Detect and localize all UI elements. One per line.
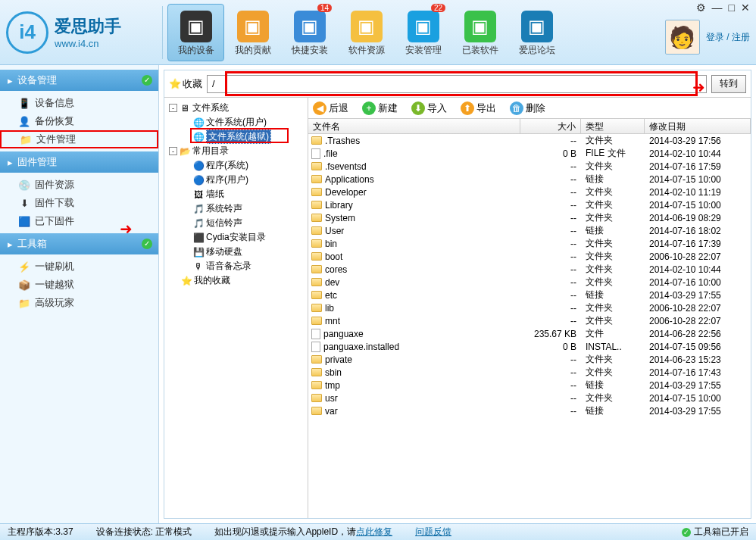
file-row[interactable]: var--链接2014-03-29 17:55 [308,404,751,417]
toolbox-status: ✓工具箱已开启 [682,526,748,538]
tree-node[interactable]: 🎙语音备忘录 [167,259,305,273]
tree-node[interactable]: -📂常用目录 [167,144,305,158]
connection-text: 设备连接状态: 正常模式 [96,526,192,538]
main-toolbar: ▣我的设备▣我的贡献▣快捷安装14▣软件资源▣安装管理22▣已装软件▣爱思论坛 [167,4,565,61]
folder-icon [311,291,322,299]
goto-button[interactable]: 转到 [711,75,746,93]
file-row[interactable]: Developer--文件夹2014-02-10 11:19 [308,186,751,198]
file-list-header: 文件名 大小 类型 修改日期 [308,119,751,134]
new-button[interactable]: +新建 [362,101,398,115]
column-type[interactable]: 类型 [581,119,645,133]
file-row[interactable]: cores--文件夹2014-02-10 10:44 [308,263,751,276]
left-sidebar: ▸设备管理✓📱设备信息👤备份恢复📁文件管理▸固件管理💿固件资源⬇固件下载🟦已下固… [0,65,159,523]
sidebar-section-header[interactable]: ▸工具箱✓ [0,233,158,254]
sidebar-item[interactable]: 📁文件管理 [0,130,158,148]
tree-node[interactable]: 🔵程序(系统) [167,158,305,173]
sidebar-item[interactable]: 👤备份恢复 [0,112,158,130]
toolbar-item[interactable]: ▣软件资源 [338,4,395,61]
top-bar: i4 爱思助手 www.i4.cn ▣我的设备▣我的贡献▣快捷安装14▣软件资源… [0,0,756,65]
export-button[interactable]: ⬆导出 [461,101,496,115]
toolbar-item[interactable]: ▣安装管理22 [395,4,451,61]
tree-toggle-icon[interactable]: - [169,104,177,112]
column-size[interactable]: 大小 [520,119,581,133]
folder-icon [311,265,322,273]
folder-icon [311,201,322,209]
file-row[interactable]: private--文件夹2014-06-23 15:23 [308,353,751,366]
file-row[interactable]: panguaxe.installed0 BINSTAL..2014-07-15 … [308,340,751,353]
file-row[interactable]: Library--文件夹2014-07-15 10:00 [308,198,751,211]
file-row[interactable]: sbin--文件夹2014-07-16 17:43 [308,366,751,379]
toolbar-item[interactable]: ▣我的设备 [167,4,224,61]
sidebar-item-icon: 📁 [18,297,30,309]
toolbar-item[interactable]: ▣快捷安装14 [281,4,338,61]
folder-icon [311,317,322,325]
tree-icon: 🔵 [192,175,205,186]
column-date[interactable]: 修改日期 [645,119,751,133]
import-icon: ⬇ [411,101,425,115]
file-row[interactable]: mnt--文件夹2006-10-28 22:07 [308,314,751,327]
tree-node[interactable]: ⬛Cydia安装目录 [167,230,305,245]
file-row[interactable]: boot--文件夹2006-10-28 22:07 [308,250,751,263]
divider [162,6,163,59]
toolbar-icon: ▣ [464,11,496,42]
section-icon: ▸ [8,157,13,168]
file-row[interactable]: Applications--链接2014-07-15 10:00 [308,173,751,186]
file-row[interactable]: .file0 BFILE 文件2014-02-10 10:44 [308,147,751,160]
file-row[interactable]: .fseventsd--文件夹2014-07-16 17:59 [308,160,751,173]
import-button[interactable]: ⬇导入 [411,101,447,115]
sidebar-item-icon: ⚡ [18,261,30,273]
folder-icon [311,407,322,415]
tree-icon: ⬛ [192,233,205,243]
delete-button[interactable]: 🗑删除 [510,101,545,115]
plus-icon: + [362,101,376,115]
sidebar-section-header[interactable]: ▸固件管理 [0,151,158,173]
back-button[interactable]: ◀后退 [313,101,348,115]
sidebar-item[interactable]: 📱设备信息 [0,94,158,112]
tree-node[interactable]: 🖼墙纸 [167,187,305,201]
sidebar-item[interactable]: ⬇固件下载 [0,194,158,212]
file-row[interactable]: etc--链接2014-03-29 17:55 [308,289,751,301]
file-row[interactable]: dev--文件夹2014-07-16 10:00 [308,276,751,289]
favorites-label[interactable]: ⭐ 收藏 [169,77,202,91]
tree-toggle-icon[interactable]: - [169,147,177,155]
login-link[interactable]: 登录 / 注册 [706,31,750,44]
toolbar-item[interactable]: ▣我的贡献 [224,4,281,61]
sidebar-item[interactable]: 💿固件资源 [0,176,158,194]
file-row[interactable]: usr--文件夹2014-07-15 10:00 [308,392,751,404]
sidebar-section-header[interactable]: ▸设备管理✓ [0,70,158,91]
toolbar-icon: ▣ [180,11,212,42]
file-row[interactable]: lib--文件夹2006-10-28 22:07 [308,301,751,314]
file-row[interactable]: bin--文件夹2014-07-16 17:39 [308,237,751,250]
tree-node[interactable]: ⭐我的收藏 [167,273,305,288]
sidebar-item[interactable]: 📁高级玩家 [0,294,158,312]
star-icon: ⭐ [169,78,181,89]
file-row[interactable]: panguaxe235.67 KB文件2014-06-28 22:56 [308,327,751,340]
sidebar-item[interactable]: ⚡一键刷机 [0,258,158,276]
tree-node[interactable]: 🌐文件系统(用户) [167,115,305,130]
tree-node[interactable]: 🌐文件系统(越狱) [167,130,305,144]
check-icon: ✓ [682,528,691,537]
fix-link[interactable]: 点此修复 [356,526,392,537]
avatar-icon[interactable]: 🧑 [665,20,700,55]
file-row[interactable]: System--文件夹2014-06-19 08:29 [308,211,751,224]
sidebar-item[interactable]: 🟦已下固件 [0,212,158,230]
toolbar-item[interactable]: ▣已装软件 [451,4,508,61]
tree-node[interactable]: 💾移动硬盘 [167,245,305,259]
folder-icon [311,304,322,312]
file-row[interactable]: tmp--链接2014-03-29 17:55 [308,379,751,392]
file-row[interactable]: User--链接2014-07-16 18:02 [308,224,751,237]
file-row[interactable]: .Trashes--文件夹2014-03-29 17:56 [308,134,751,147]
tree-node[interactable]: 🎵系统铃声 [167,201,305,216]
sidebar-item[interactable]: 📦一键越狱 [0,276,158,294]
tree-node[interactable]: 🔵程序(用户) [167,173,305,187]
feedback-link[interactable]: 问题反馈 [415,526,451,538]
toolbar-item[interactable]: ▣爱思论坛 [508,4,565,61]
sidebar-item-icon: 💿 [18,179,30,191]
trash-icon: 🗑 [510,101,523,115]
path-input[interactable] [207,75,707,93]
column-name[interactable]: 文件名 [308,119,520,133]
sidebar-item-icon: 👤 [18,115,30,127]
tree-node[interactable]: 🎵短信铃声 [167,216,305,230]
folder-icon [311,381,322,389]
tree-node[interactable]: -🖥文件系统 [167,101,305,115]
